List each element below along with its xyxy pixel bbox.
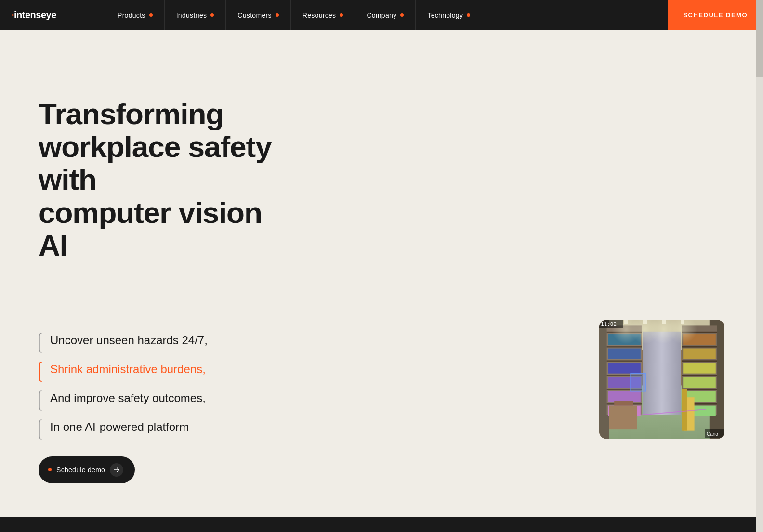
nav-item-customers[interactable]: Customers [226, 0, 290, 30]
bracket-4 [39, 418, 42, 441]
nav-dot-company [400, 13, 404, 17]
nav-label-products: Products [118, 12, 145, 19]
feature-text-1: Uncover unseen hazards 24/7, [50, 329, 208, 349]
nav-dot-technology [467, 13, 470, 17]
bottom-bar [0, 517, 763, 532]
schedule-demo-label: Schedule demo [56, 466, 105, 474]
warehouse-image [599, 320, 724, 439]
nav-label-company: Company [367, 12, 396, 19]
nav-dot-industries [210, 13, 214, 17]
nav-label-customers: Customers [237, 12, 271, 19]
hero-section: Transforming workplace safety with compu… [0, 30, 763, 291]
scrollbar-track[interactable] [756, 0, 763, 532]
nav-dot-products [149, 13, 153, 17]
main-content: Transforming workplace safety with compu… [0, 0, 763, 532]
hero-title: Transforming workplace safety with compu… [39, 98, 289, 262]
nav-item-products[interactable]: Products [106, 0, 165, 30]
nav-item-resources[interactable]: Resources [291, 0, 355, 30]
feature-item-1: Uncover unseen hazards 24/7, [39, 329, 279, 354]
nav-dot-resources [340, 13, 343, 17]
feature-text-3: And improve safety outcomes, [50, 387, 206, 406]
bracket-1 [39, 331, 42, 354]
nav-item-industries[interactable]: Industries [165, 0, 226, 30]
nav-items: Products Industries Customers Resources … [106, 0, 668, 30]
features-list: Uncover unseen hazards 24/7, Shrink admi… [39, 329, 279, 483]
bracket-3 [39, 389, 42, 412]
nav-item-technology[interactable]: Technology [416, 0, 482, 30]
nav-label-resources: Resources [303, 12, 336, 19]
nav-label-industries: Industries [176, 12, 207, 19]
feature-item-4: In one AI-powered platform [39, 416, 279, 441]
btn-dot-icon [48, 468, 52, 471]
lower-section: Uncover unseen hazards 24/7, Shrink admi… [0, 291, 763, 512]
feature-text-2: Shrink administrative burdens, [50, 358, 206, 377]
schedule-demo-button[interactable]: Schedule demo [39, 456, 135, 483]
feature-item-3: And improve safety outcomes, [39, 387, 279, 412]
warehouse-canvas [599, 320, 724, 439]
schedule-demo-nav-button[interactable]: SCHEDULE DEMO [668, 0, 763, 30]
scrollbar-thumb[interactable] [756, 0, 763, 77]
feature-item-2: Shrink administrative burdens, [39, 358, 279, 383]
nav-item-company[interactable]: Company [355, 0, 416, 30]
navbar: ·intenseye Products Industries Customers… [0, 0, 763, 30]
logo-text: ·intenseye [12, 10, 56, 21]
nav-dot-customers [276, 13, 279, 17]
logo[interactable]: ·intenseye [0, 10, 106, 21]
nav-label-technology: Technology [427, 12, 463, 19]
feature-text-4: In one AI-powered platform [50, 416, 189, 435]
arrow-icon [110, 463, 123, 477]
bracket-2 [39, 360, 42, 383]
